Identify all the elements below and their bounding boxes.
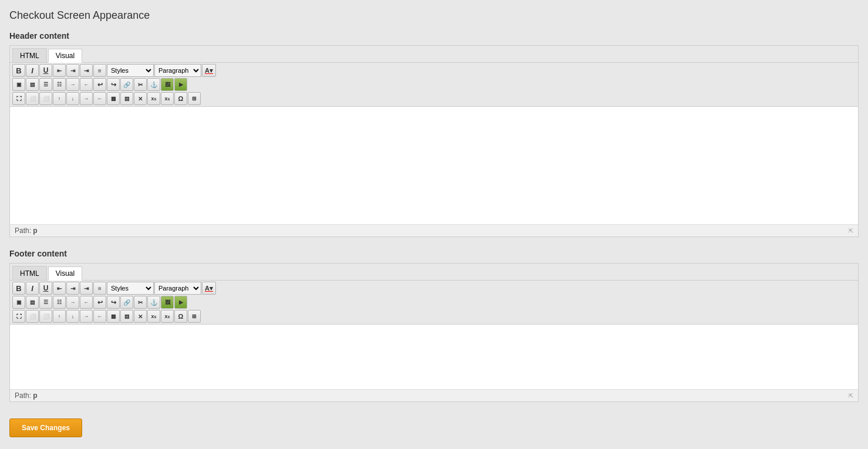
header-underline-btn[interactable]: U — [39, 64, 52, 77]
footer-undo-btn[interactable]: ↩ — [93, 296, 106, 309]
header-resize-handle[interactable]: ⇱ — [849, 228, 853, 234]
footer-arrow2-btn[interactable]: ↓ — [66, 310, 79, 323]
header-layer2-btn[interactable]: ⬜ — [39, 92, 52, 105]
footer-section-title: Footer content — [9, 249, 859, 258]
header-tabs-row: HTML Visual — [10, 46, 858, 63]
footer-paste-btn[interactable]: ▤ — [26, 296, 39, 309]
footer-arrow1-btn[interactable]: ↑ — [53, 310, 66, 323]
footer-resize-handle[interactable]: ⇱ — [849, 393, 853, 399]
footer-redo-btn[interactable]: ↪ — [107, 296, 120, 309]
footer-outdent-btn[interactable]: ← — [80, 296, 93, 309]
footer-tabs-row: HTML Visual — [10, 264, 858, 281]
footer-list-ul-btn[interactable]: ☰ — [39, 296, 52, 309]
footer-media-btn[interactable]: ▶ — [174, 296, 187, 309]
header-align-center-btn[interactable]: ⇥ — [66, 64, 79, 77]
footer-table2-btn[interactable]: ▤ — [120, 310, 133, 323]
header-outdent-btn[interactable]: ← — [80, 78, 93, 91]
footer-arrow4-btn[interactable]: ← — [93, 310, 106, 323]
header-table2-btn[interactable]: ▤ — [120, 92, 133, 105]
header-indent-btn[interactable]: → — [66, 78, 79, 91]
header-list-ol-btn[interactable]: ☷ — [53, 78, 66, 91]
footer-erase-btn[interactable]: ✕ — [134, 310, 147, 323]
footer-align-left-btn[interactable]: ⇤ — [53, 282, 66, 295]
footer-editor-area[interactable] — [10, 325, 858, 389]
header-layer1-btn[interactable]: ⬜ — [26, 92, 39, 105]
header-align-right-btn[interactable]: ⇥ — [80, 64, 93, 77]
footer-unlink-btn[interactable]: ✂ — [134, 296, 147, 309]
header-sub-btn[interactable]: xs — [147, 92, 160, 105]
footer-toolbar-row3: ⛶ ⬜ ⬜ ↑ ↓ → ← ▦ ▤ ✕ xs xs Ω ⊞ — [12, 310, 856, 323]
header-arrow4-btn[interactable]: ← — [93, 92, 106, 105]
footer-image-btn[interactable]: 🖼 — [161, 296, 174, 309]
header-list-ul-btn[interactable]: ☰ — [39, 78, 52, 91]
footer-anchor-btn[interactable]: ⚓ — [147, 296, 160, 309]
header-copy-btn[interactable]: ▣ — [12, 78, 25, 91]
header-tab-html[interactable]: HTML — [12, 48, 47, 62]
footer-bold-btn[interactable]: B — [12, 282, 25, 295]
footer-sub-btn[interactable]: xs — [147, 310, 160, 323]
footer-italic-btn[interactable]: I — [26, 282, 39, 295]
header-table1-btn[interactable]: ▦ — [107, 92, 120, 105]
header-toolbar: B I U ⇤ ⇥ ⇥ ≡ Styles Paragraph A▾ — [10, 63, 858, 107]
header-bold-btn[interactable]: B — [12, 64, 25, 77]
header-media-btn[interactable]: ▶ — [174, 78, 187, 91]
header-sup-btn[interactable]: xs — [161, 92, 174, 105]
header-align-left-btn[interactable]: ⇤ — [53, 64, 66, 77]
header-editor-container: HTML Visual B I U ⇤ ⇥ ⇥ ≡ Styles Pa — [9, 45, 859, 237]
footer-omega-btn[interactable]: Ω — [174, 310, 187, 323]
footer-link-btn[interactable]: 🔗 — [120, 296, 133, 309]
footer-align-right-btn[interactable]: ⇥ — [80, 282, 93, 295]
footer-copy-btn[interactable]: ▣ — [12, 296, 25, 309]
header-toolbar-row1: B I U ⇤ ⇥ ⇥ ≡ Styles Paragraph A▾ — [12, 64, 856, 77]
footer-source-btn[interactable]: ⊞ — [188, 310, 201, 323]
header-tab-visual[interactable]: Visual — [48, 49, 82, 63]
header-toolbar-row2: ▣ ▤ ☰ ☷ → ← ↩ ↪ 🔗 ✂ ⚓ 🖼 ▶ — [12, 78, 856, 91]
footer-align-center-btn[interactable]: ⇥ — [66, 282, 79, 295]
footer-toolbar-row1: B I U ⇤ ⇥ ⇥ ≡ Styles Paragraph A▾ — [12, 282, 856, 295]
header-source-btn[interactable]: ⊞ — [188, 92, 201, 105]
header-redo-btn[interactable]: ↪ — [107, 78, 120, 91]
save-changes-button[interactable]: Save Changes — [9, 418, 82, 437]
footer-arrow3-btn[interactable]: → — [80, 310, 93, 323]
footer-editor-wrapper: Footer content HTML Visual B I U ⇤ ⇥ ⇥ ≡… — [9, 249, 859, 402]
header-editor-area[interactable] — [10, 107, 858, 224]
header-undo-btn[interactable]: ↩ — [93, 78, 106, 91]
footer-editor-container: HTML Visual B I U ⇤ ⇥ ⇥ ≡ Styles Pa — [9, 263, 859, 402]
footer-path-bar: Path: p ⇱ — [10, 389, 858, 401]
footer-layer1-btn[interactable]: ⬜ — [26, 310, 39, 323]
footer-layer2-btn[interactable]: ⬜ — [39, 310, 52, 323]
footer-paragraph-select[interactable]: Paragraph — [154, 282, 201, 295]
header-section-title: Header content — [9, 31, 859, 40]
header-paragraph-select[interactable]: Paragraph — [154, 64, 201, 77]
header-arrow1-btn[interactable]: ↑ — [53, 92, 66, 105]
header-align-justify-btn[interactable]: ≡ — [93, 64, 106, 77]
header-path-label: Path: p — [15, 227, 38, 235]
footer-tab-html[interactable]: HTML — [12, 266, 47, 280]
footer-styles-select[interactable]: Styles — [107, 282, 154, 295]
header-arrow2-btn[interactable]: ↓ — [66, 92, 79, 105]
header-fullscreen-btn[interactable]: ⛶ — [12, 92, 25, 105]
footer-tab-visual[interactable]: Visual — [48, 266, 82, 281]
footer-fullscreen-btn[interactable]: ⛶ — [12, 310, 25, 323]
header-arrow3-btn[interactable]: → — [80, 92, 93, 105]
header-erase-btn[interactable]: ✕ — [134, 92, 147, 105]
header-paste-btn[interactable]: ▤ — [26, 78, 39, 91]
footer-toolbar: B I U ⇤ ⇥ ⇥ ≡ Styles Paragraph A▾ — [10, 281, 858, 325]
header-link-btn[interactable]: 🔗 — [120, 78, 133, 91]
header-font-color-btn[interactable]: A▾ — [202, 64, 216, 77]
footer-sup-btn[interactable]: xs — [161, 310, 174, 323]
header-styles-select[interactable]: Styles — [107, 64, 154, 77]
footer-font-color-btn[interactable]: A▾ — [202, 282, 216, 295]
header-italic-btn[interactable]: I — [26, 64, 39, 77]
footer-underline-btn[interactable]: U — [39, 282, 52, 295]
footer-path-label: Path: p — [15, 391, 38, 400]
header-image-btn[interactable]: 🖼 — [161, 78, 174, 91]
header-toolbar-row3: ⛶ ⬜ ⬜ ↑ ↓ → ← ▦ ▤ ✕ xs xs Ω ⊞ — [12, 92, 856, 105]
header-anchor-btn[interactable]: ⚓ — [147, 78, 160, 91]
footer-indent-btn[interactable]: → — [66, 296, 79, 309]
header-unlink-btn[interactable]: ✂ — [134, 78, 147, 91]
footer-list-ol-btn[interactable]: ☷ — [53, 296, 66, 309]
footer-align-justify-btn[interactable]: ≡ — [93, 282, 106, 295]
header-omega-btn[interactable]: Ω — [174, 92, 187, 105]
footer-table1-btn[interactable]: ▦ — [107, 310, 120, 323]
